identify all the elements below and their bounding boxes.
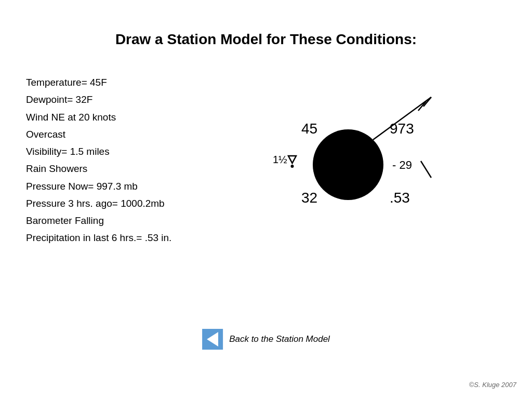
- back-button-box[interactable]: [202, 329, 223, 350]
- sky-coverage-circle: [313, 129, 383, 200]
- back-arrow-icon: [207, 332, 218, 347]
- visibility-label: 1½: [273, 154, 287, 165]
- svg-marker-0: [207, 332, 218, 347]
- dewpoint-label: 32: [301, 190, 317, 206]
- condition-item: Pressure 3 hrs. ago= 1000.2mb: [26, 195, 244, 212]
- condition-item: Visibility= 1.5 miles: [26, 143, 244, 160]
- pressure-label: 973: [390, 121, 414, 137]
- rain-shower-symbol: [288, 156, 296, 163]
- page-title: Draw a Station Model for These Condition…: [0, 0, 532, 58]
- conditions-list: Temperature= 45FDewpoint= 32FWind NE at …: [26, 69, 244, 247]
- pressure-change-label: - 29: [392, 158, 412, 171]
- condition-item: Barometer Falling: [26, 212, 244, 229]
- back-button[interactable]: Back to the Station Model: [202, 329, 330, 350]
- condition-item: Temperature= 45F: [26, 74, 244, 91]
- barometer-trend-line: [421, 161, 431, 178]
- precipitation-label: .53: [390, 190, 410, 206]
- condition-item: Overcast: [26, 126, 244, 143]
- station-model-svg: 45 973 1½ - 29 32 .53: [244, 69, 462, 235]
- condition-item: Rain Showers: [26, 160, 244, 177]
- temperature-label: 45: [301, 121, 317, 137]
- condition-item: Wind NE at 20 knots: [26, 109, 244, 126]
- rain-shower-dot: [291, 165, 294, 168]
- condition-item: Pressure Now= 997.3 mb: [26, 178, 244, 195]
- copyright: ©S. Kluge 2007: [469, 381, 516, 389]
- back-button-label: Back to the Station Model: [229, 334, 330, 344]
- condition-item: Precipitation in last 6 hrs.= .53 in.: [26, 229, 244, 246]
- station-model-area: 45 973 1½ - 29 32 .53: [244, 69, 506, 235]
- condition-item: Dewpoint= 32F: [26, 91, 244, 108]
